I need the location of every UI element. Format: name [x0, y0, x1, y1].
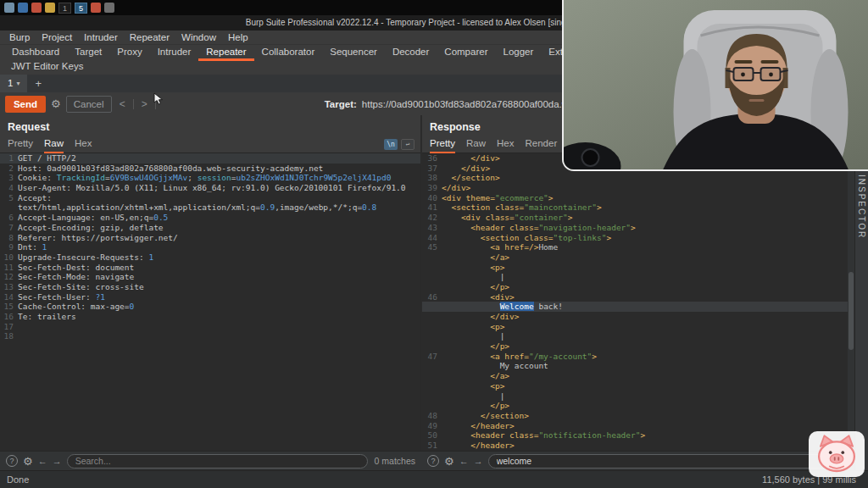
request-view-hex[interactable]: Hex: [75, 136, 92, 153]
tab-intruder[interactable]: Intruder: [150, 45, 199, 61]
next-match-icon[interactable]: →: [474, 456, 483, 466]
code-line[interactable]: 39</div>: [422, 183, 854, 193]
tab-collaborator[interactable]: Collaborator: [254, 45, 323, 61]
add-tab-button[interactable]: +: [27, 77, 49, 90]
code-line[interactable]: My account: [422, 361, 854, 371]
tab-proxy[interactable]: Proxy: [109, 45, 149, 61]
code-line[interactable]: 10Upgrade-Insecure-Requests: 1: [0, 252, 420, 263]
code-line[interactable]: 5Accept:: [0, 193, 420, 203]
gear-icon[interactable]: ⚙: [51, 97, 61, 110]
response-view-render[interactable]: Render: [526, 136, 558, 153]
search-settings-icon[interactable]: ⚙: [444, 455, 454, 468]
code-line[interactable]: </p>: [422, 282, 854, 292]
code-line[interactable]: 2Host: 0ad9001b03fd83ad802a768800af00da.…: [0, 164, 420, 174]
code-line[interactable]: 4User-Agent: Mozilla/5.0 (X11; Linux x86…: [0, 183, 420, 193]
code-line[interactable]: </a>: [422, 371, 854, 381]
search-help-icon[interactable]: ?: [6, 455, 18, 467]
app-icon[interactable]: [31, 3, 42, 13]
workspace-5[interactable]: 5: [75, 3, 87, 14]
code-line[interactable]: 40<div theme="ecommerce">: [422, 193, 854, 203]
menu-burp[interactable]: Burp: [3, 32, 36, 42]
cancel-button[interactable]: Cancel: [66, 96, 112, 113]
tab-jwt-editor-keys[interactable]: JWT Editor Keys: [4, 61, 90, 75]
history-forward-button[interactable]: >: [139, 98, 150, 110]
code-line[interactable]: 44 <section class="top-links">: [422, 233, 854, 243]
code-line[interactable]: 15Cache-Control: max-age=0: [0, 302, 420, 312]
code-line[interactable]: </a>: [422, 252, 854, 263]
code-line[interactable]: 43 <header class="navigation-header">: [422, 223, 854, 233]
request-search-input[interactable]: [67, 454, 368, 469]
code-line[interactable]: 8Referer: https://portswigger.net/: [0, 233, 420, 243]
code-line[interactable]: 42 <div class="container">: [422, 213, 854, 223]
tab-decoder[interactable]: Decoder: [385, 45, 437, 61]
code-line[interactable]: 11Sec-Fetch-Dest: document: [0, 263, 420, 273]
tab-repeater[interactable]: Repeater: [198, 45, 253, 61]
code-line[interactable]: |: [422, 331, 854, 341]
prev-match-icon[interactable]: ←: [38, 456, 47, 466]
app-icon[interactable]: [4, 3, 14, 13]
code-line[interactable]: 38 </section>: [422, 173, 854, 183]
code-line[interactable]: 46 <div>: [422, 292, 854, 302]
scrollbar-thumb[interactable]: [849, 272, 854, 349]
app-icon[interactable]: [45, 3, 55, 13]
tab-target[interactable]: Target: [67, 45, 109, 61]
request-editor[interactable]: 1GET / HTTP/22Host: 0ad9001b03fd83ad802a…: [0, 153, 420, 451]
send-button[interactable]: Send: [5, 96, 46, 113]
code-line[interactable]: </div>: [422, 312, 854, 322]
workspace-1[interactable]: 1: [58, 3, 71, 14]
code-line[interactable]: 13Sec-Fetch-Site: cross-site: [0, 282, 420, 292]
code-line[interactable]: |: [422, 272, 854, 282]
app-icon[interactable]: [104, 3, 114, 13]
code-line[interactable]: 6Accept-Language: en-US,en;q=0.5: [0, 213, 420, 223]
code-line[interactable]: 17: [0, 322, 420, 332]
code-line[interactable]: 18: [0, 331, 420, 341]
code-line[interactable]: 14Sec-Fetch-User: ?1: [0, 292, 420, 302]
code-line[interactable]: 3Cookie: TrackingId=6V9BswU4OGjjxMAv; se…: [0, 173, 420, 183]
code-line[interactable]: 1GET / HTTP/2: [0, 153, 420, 164]
code-line[interactable]: <p>: [422, 322, 854, 332]
response-view-hex[interactable]: Hex: [497, 136, 514, 153]
tab-logger[interactable]: Logger: [495, 45, 541, 61]
tab-sequencer[interactable]: Sequencer: [322, 45, 385, 61]
code-line[interactable]: <p>: [422, 381, 854, 391]
code-line[interactable]: 12Sec-Fetch-Mode: navigate: [0, 272, 420, 282]
word-wrap-icon[interactable]: ↩: [401, 139, 415, 150]
request-view-pretty[interactable]: Pretty: [8, 136, 33, 153]
code-line[interactable]: 47 <a href="/my-account">: [422, 352, 854, 362]
code-line[interactable]: 50 <header class="notification-header">: [422, 430, 854, 441]
code-line[interactable]: 9Dnt: 1: [0, 242, 420, 252]
app-icon[interactable]: [18, 3, 28, 13]
next-match-icon[interactable]: →: [53, 456, 62, 466]
menu-repeater[interactable]: Repeater: [124, 32, 175, 42]
code-line[interactable]: |: [422, 391, 854, 402]
tab-dashboard[interactable]: Dashboard: [4, 45, 67, 61]
menu-window[interactable]: Window: [175, 32, 222, 42]
request-view-raw[interactable]: Raw: [44, 136, 64, 153]
code-line[interactable]: 7Accept-Encoding: gzip, deflate: [0, 223, 420, 233]
response-editor[interactable]: 36 </div>37 </div>38 </section>39</div>4…: [422, 153, 854, 451]
code-line[interactable]: 51 </header>: [422, 441, 854, 451]
code-line[interactable]: 41 <section class="maincontainer">: [422, 202, 854, 213]
code-line[interactable]: 49 </header>: [422, 421, 854, 431]
code-line[interactable]: 48 </section>: [422, 411, 854, 421]
response-view-pretty[interactable]: Pretty: [430, 136, 455, 153]
show-nonprintable-icon[interactable]: \n: [384, 139, 398, 150]
response-scrollbar[interactable]: [848, 153, 854, 451]
app-icon[interactable]: [91, 3, 101, 13]
code-line[interactable]: </p>: [422, 401, 854, 411]
menu-help[interactable]: Help: [222, 32, 254, 42]
menu-project[interactable]: Project: [36, 32, 78, 42]
code-line[interactable]: 16Te: trailers: [0, 312, 420, 322]
search-help-icon[interactable]: ?: [427, 455, 439, 467]
prev-match-icon[interactable]: ←: [459, 456, 469, 466]
response-search-input[interactable]: [488, 454, 849, 469]
repeater-tab-1[interactable]: 1 ▾: [0, 75, 27, 92]
code-line[interactable]: 45 <a href=/>Home: [422, 242, 854, 252]
search-settings-icon[interactable]: ⚙: [23, 455, 33, 468]
code-line[interactable]: <p>: [422, 263, 854, 273]
response-view-raw[interactable]: Raw: [466, 136, 486, 153]
menu-intruder[interactable]: Intruder: [78, 32, 124, 42]
code-line[interactable]: </p>: [422, 341, 854, 352]
tab-comparer[interactable]: Comparer: [437, 45, 495, 61]
code-line[interactable]: Welcome back!: [422, 302, 854, 312]
